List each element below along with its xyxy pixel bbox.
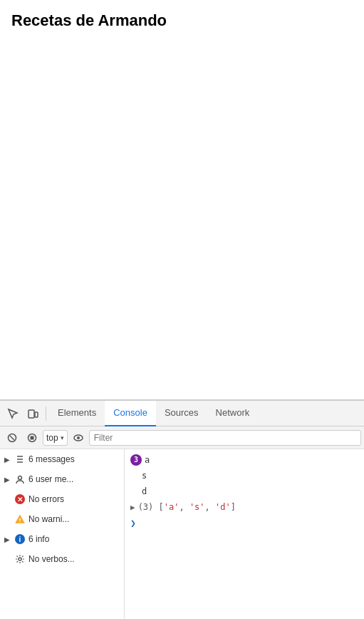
console-panel: ▶ 6 messages ▶ xyxy=(0,449,364,619)
array-val-d: 'd' xyxy=(215,502,231,512)
svg-point-13 xyxy=(19,521,20,522)
user-icon xyxy=(14,474,26,485)
console-array-display: (3) ['a', 's', 'd'] xyxy=(138,501,236,513)
console-sidebar: ▶ 6 messages ▶ xyxy=(0,449,125,619)
array-val-a: 'a' xyxy=(164,502,180,512)
expand-array-icon[interactable]: ▶ xyxy=(130,501,135,514)
tab-network[interactable]: Network xyxy=(207,401,259,426)
console-prompt-line: ❯ xyxy=(130,516,358,531)
tab-elements[interactable]: Elements xyxy=(49,401,105,426)
expand-arrow-icon: ▶ xyxy=(4,476,11,484)
user-messages-label: 6 user me... xyxy=(28,474,120,484)
console-text-d: d xyxy=(142,485,147,498)
context-selector[interactable]: top ▾ xyxy=(43,430,68,446)
console-line-array-expanded: ▶ (3) ['a', 's', 'd'] xyxy=(130,499,358,516)
svg-line-3 xyxy=(10,436,14,440)
console-line-array: 3 a xyxy=(130,452,358,468)
console-text-s: s xyxy=(142,469,147,482)
console-prompt-icon[interactable]: ❯ xyxy=(130,517,136,530)
errors-label: No errors xyxy=(28,494,120,504)
context-selector-label: top xyxy=(46,433,58,443)
sidebar-item-info[interactable]: ▶ i 6 info xyxy=(0,529,124,549)
info-label: 6 info xyxy=(28,534,120,544)
console-output: 3 a s d ▶ (3) ['a', 's', 'd'] ❯ xyxy=(125,449,364,619)
devtools-panel: Elements Console Sources Network top ▾ xyxy=(0,399,364,619)
eye-icon-button[interactable] xyxy=(69,429,88,447)
stop-button[interactable] xyxy=(23,429,41,447)
sidebar-item-verbose[interactable]: ▶ No verbos... xyxy=(0,549,124,569)
main-page: Recetas de Armando xyxy=(0,0,364,399)
tab-divider xyxy=(46,406,46,421)
array-count: (3) [ xyxy=(138,502,164,512)
gear-icon xyxy=(14,553,26,565)
console-toolbar: top ▾ xyxy=(0,426,364,449)
svg-rect-0 xyxy=(28,410,34,418)
filter-input[interactable] xyxy=(89,430,361,446)
tab-sources[interactable]: Sources xyxy=(156,401,207,426)
array-close: ] xyxy=(231,502,236,512)
svg-rect-1 xyxy=(35,412,38,417)
sidebar-item-errors[interactable]: ▶ ✕ No errors xyxy=(0,489,124,509)
page-title: Recetas de Armando xyxy=(11,11,353,30)
verbose-label: No verbos... xyxy=(28,554,120,564)
svg-point-14 xyxy=(19,558,21,561)
warning-icon xyxy=(14,513,26,525)
expand-arrow-icon: ▶ xyxy=(4,536,11,543)
tab-bar: Elements Console Sources Network xyxy=(0,401,364,426)
error-icon: ✕ xyxy=(14,493,26,505)
array-sep2: , xyxy=(205,502,215,512)
inspect-icon-button[interactable] xyxy=(3,404,23,424)
list-icon xyxy=(14,454,26,465)
sidebar-item-messages[interactable]: ▶ 6 messages xyxy=(0,449,124,469)
expand-arrow-icon: ▶ xyxy=(4,456,11,464)
info-icon: i xyxy=(14,533,26,545)
chevron-down-icon: ▾ xyxy=(61,434,64,441)
console-text-a: a xyxy=(145,454,150,466)
tab-console[interactable]: Console xyxy=(105,401,156,426)
console-line-s: s xyxy=(130,468,358,484)
clear-console-button[interactable] xyxy=(3,429,21,447)
console-line-d: d xyxy=(130,484,358,499)
svg-point-11 xyxy=(19,476,22,480)
warnings-label: No warni... xyxy=(28,514,120,524)
messages-label: 6 messages xyxy=(28,454,120,464)
array-val-s: 's' xyxy=(189,502,205,512)
sidebar-item-warnings[interactable]: ▶ No warni... xyxy=(0,509,124,529)
sidebar-item-user-messages[interactable]: ▶ 6 user me... xyxy=(0,469,124,489)
array-sep1: , xyxy=(179,502,189,512)
device-icon-button[interactable] xyxy=(23,404,43,424)
count-badge: 3 xyxy=(130,454,142,466)
svg-point-7 xyxy=(77,436,80,439)
svg-rect-5 xyxy=(31,436,34,439)
